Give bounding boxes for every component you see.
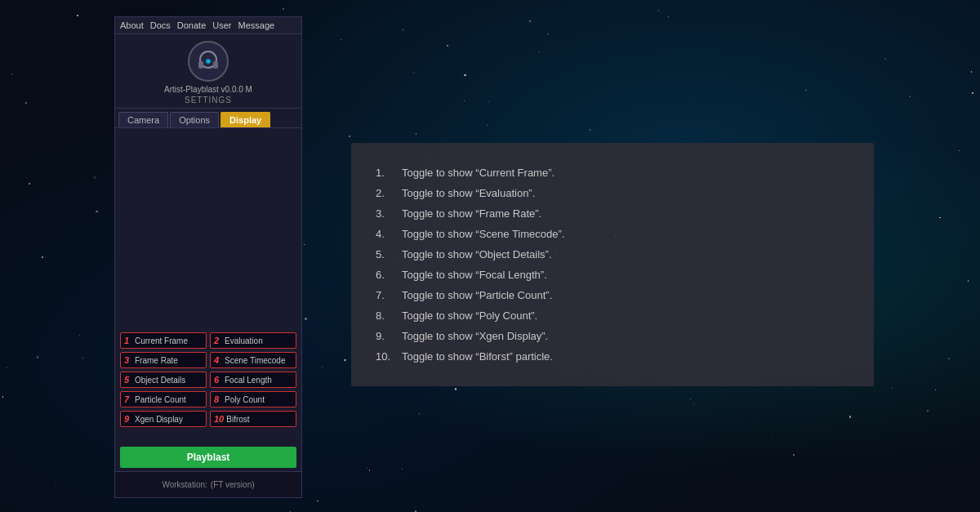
toggle-btn-object-details[interactable]: 5 Object Details [120, 372, 207, 388]
help-list-item: 7. Toggle to show “Particle Count”. [376, 285, 849, 305]
help-num: 10. [376, 350, 395, 363]
btn-num-9: 10 [214, 414, 224, 424]
btn-num-6: 7 [124, 394, 132, 404]
help-text: Toggle to show “Particle Count”. [402, 289, 552, 301]
help-num: 7. [376, 289, 395, 301]
toggle-btn-scene-timecode[interactable]: 4 Scene Timecode [210, 352, 296, 368]
help-list-item: 10. Toggle to show “Biforst” particle. [376, 346, 849, 367]
btn-label-0: Current Frame [135, 336, 188, 345]
help-list-item: 6. Toggle to show “Focal Length”. [376, 265, 849, 285]
btn-label-9: Bifrost [226, 415, 249, 424]
help-text: Toggle to show “Xgen Display”. [402, 330, 548, 342]
playblast-button[interactable]: Playblast [120, 447, 296, 468]
tab-camera[interactable]: Camera [118, 112, 168, 127]
status-bar: Workstation: (FT version) [115, 471, 301, 497]
btn-num-3: 4 [214, 355, 222, 365]
help-text: Toggle to show “Evaluation”. [402, 187, 535, 199]
help-text: Toggle to show “Biforst” particle. [402, 350, 553, 363]
btn-label-5: Focal Length [225, 376, 272, 385]
sidebar-panel: About Docs Donate User Message Artist-Pl… [114, 16, 302, 498]
btn-num-8: 9 [124, 414, 132, 424]
menu-bar: About Docs Donate User Message [115, 17, 301, 34]
logo-icon [194, 50, 222, 73]
toggle-btn-bifrost[interactable]: 10 Bifrost [210, 411, 296, 427]
btn-label-1: Evaluation [225, 336, 263, 345]
btn-num-4: 5 [124, 375, 132, 385]
logo-area: Artist-Playblast v0.0.0 M SETTINGS [115, 34, 301, 109]
toggle-btn-frame-rate[interactable]: 3 Frame Rate [120, 352, 207, 368]
menu-donate[interactable]: Donate [177, 20, 206, 30]
help-text: Toggle to show “Object Details”. [402, 248, 552, 260]
ft-version: (FT version) [211, 480, 255, 489]
btn-num-5: 6 [214, 375, 222, 385]
menu-user[interactable]: User [212, 20, 231, 30]
help-list-item: 2. Toggle to show “Evaluation”. [376, 183, 849, 203]
btn-label-3: Scene Timecode [225, 356, 286, 365]
help-num: 9. [376, 330, 395, 342]
help-text: Toggle to show “Focal Length”. [402, 269, 547, 281]
help-num: 2. [376, 187, 395, 199]
menu-message[interactable]: Message [238, 20, 275, 30]
settings-label: SETTINGS [185, 96, 232, 105]
help-list-item: 9. Toggle to show “Xgen Display”. [376, 326, 849, 346]
help-text: Toggle to show “Scene Timecode”. [402, 228, 564, 240]
tab-options[interactable]: Options [170, 112, 219, 127]
svg-rect-2 [213, 61, 218, 69]
menu-docs[interactable]: Docs [150, 20, 171, 30]
toggle-btn-particle-count[interactable]: 7 Particle Count [120, 391, 207, 407]
help-num: 1. [376, 167, 395, 179]
btn-num-2: 3 [124, 355, 132, 365]
sidebar-content [115, 128, 301, 497]
help-text: Toggle to show “Current Frame”. [402, 167, 555, 179]
btn-label-7: Poly Count [225, 395, 265, 404]
btn-num-7: 8 [214, 394, 222, 404]
svg-rect-1 [198, 61, 203, 69]
menu-about[interactable]: About [120, 20, 144, 30]
help-list-item: 5. Toggle to show “Object Details”. [376, 244, 849, 265]
toggle-grid: 1 Current Frame 2 Evaluation 3 Frame Rat… [115, 327, 301, 432]
help-num: 8. [376, 309, 395, 322]
help-list-item: 8. Toggle to show “Poly Count”. [376, 305, 849, 326]
toggle-btn-evaluation[interactable]: 2 Evaluation [210, 332, 296, 349]
help-text: Toggle to show “Frame Rate”. [402, 207, 541, 220]
help-num: 6. [376, 269, 395, 281]
btn-label-4: Object Details [135, 376, 185, 385]
app-logo [188, 41, 229, 82]
workstation-label: Workstation: [162, 480, 207, 489]
app-title: Artist-Playblast v0.0.0 M [164, 85, 252, 94]
toggle-btn-focal-length[interactable]: 6 Focal Length [210, 372, 296, 388]
help-list-item: 1. Toggle to show “Current Frame”. [376, 163, 849, 183]
btn-num-1: 2 [214, 336, 222, 345]
help-panel: 1. Toggle to show “Current Frame”. 2. To… [351, 143, 874, 386]
svg-point-4 [207, 60, 210, 63]
tabs-bar: Camera Options Display [115, 109, 301, 128]
help-num: 5. [376, 248, 395, 260]
tab-display[interactable]: Display [220, 112, 270, 127]
btn-label-2: Frame Rate [135, 356, 178, 365]
btn-label-8: Xgen Display [135, 415, 183, 424]
toggle-btn-current-frame[interactable]: 1 Current Frame [120, 332, 207, 349]
toggle-btn-xgen-display[interactable]: 9 Xgen Display [120, 411, 207, 427]
help-num: 3. [376, 207, 395, 220]
help-list: 1. Toggle to show “Current Frame”. 2. To… [376, 163, 849, 367]
help-list-item: 3. Toggle to show “Frame Rate”. [376, 203, 849, 224]
help-num: 4. [376, 228, 395, 240]
help-text: Toggle to show “Poly Count”. [402, 309, 537, 322]
btn-num-0: 1 [124, 336, 132, 345]
btn-label-6: Particle Count [135, 395, 186, 404]
toggle-btn-poly-count[interactable]: 8 Poly Count [210, 391, 296, 407]
help-list-item: 4. Toggle to show “Scene Timecode”. [376, 224, 849, 244]
